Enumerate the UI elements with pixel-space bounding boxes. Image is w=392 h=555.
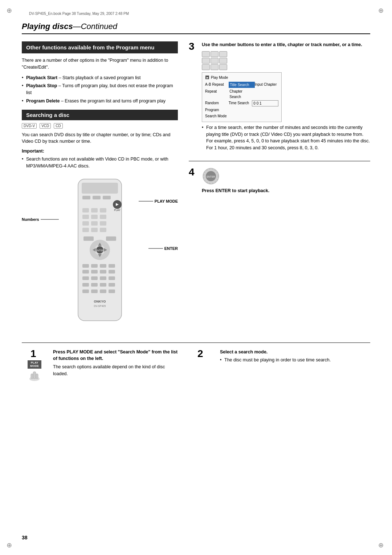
bullet-playback-start: Playback Start – Starts playback of a sa… — [22, 74, 178, 81]
svg-rect-14 — [82, 221, 89, 226]
two-column-layout: Other functions available from the Progr… — [22, 41, 370, 332]
corner-mark-tr: ⊕ — [378, 7, 385, 14]
corner-mark-bl: ⊕ — [7, 541, 14, 548]
bullet-text-1: Starts playback of a saved program list — [62, 75, 140, 80]
step-4-number: 4 — [189, 167, 197, 177]
important-bullets: Search functions are not available with … — [22, 156, 178, 170]
bullet-label-1: Playback Start — [26, 75, 57, 80]
svg-rect-3 — [93, 196, 101, 199]
play-mode-label-container: PLAY MODE — [139, 199, 178, 203]
pm-col-4-2 — [229, 107, 254, 113]
bottom-two-col: 1 PLAYMODE — [22, 349, 370, 393]
step-2-text: Select a search mode. The disc must be p… — [220, 349, 370, 368]
num-btn-5[interactable] — [211, 58, 219, 64]
svg-rect-16 — [100, 221, 106, 226]
pm-col-3-2: Time Search — [229, 100, 252, 106]
play-mode-screenshot: ▶ Play Mode A-B Repeat Title Search Inpu… — [202, 72, 282, 122]
svg-rect-39 — [91, 276, 98, 280]
num-btn-6[interactable] — [219, 58, 227, 64]
svg-rect-17 — [82, 228, 89, 232]
bottom-right: 2 Select a search mode. The disc must be… — [189, 349, 370, 393]
disc-badge-cd: CD — [54, 123, 62, 129]
svg-rect-31 — [91, 264, 98, 268]
svg-rect-63 — [31, 374, 33, 379]
num-btn-8[interactable] — [211, 64, 219, 70]
pm-title: ▶ Play Mode — [205, 75, 278, 80]
disc-badge-vcd: VCD — [40, 123, 51, 129]
pm-row-3: Random Time Search 0 0 1 — [205, 100, 278, 106]
pm-col-3-1: Random — [205, 100, 229, 106]
pm-col-5-1: Search Mode — [205, 113, 229, 119]
step-4-title: Press ENTER to start playback. — [202, 188, 269, 193]
step-1-text: Press PLAY MODE and select "Search Mode"… — [53, 349, 178, 382]
num-btn-3[interactable] — [219, 51, 227, 57]
svg-rect-48 — [100, 289, 106, 293]
step-4: 4 ENTER Press ENTER to start playback. — [189, 167, 370, 194]
corner-mark-br: ⊕ — [378, 541, 385, 548]
svg-text:ENTER: ENTER — [207, 175, 215, 178]
svg-rect-18 — [91, 228, 98, 232]
bullet-sep-1: – — [57, 75, 62, 80]
step-3-title: Use the number buttons to enter a title,… — [202, 42, 362, 47]
bottom-step-1: 1 PLAYMODE — [22, 349, 178, 388]
pm-row-5: Search Mode — [205, 113, 278, 119]
step-divider — [189, 161, 370, 161]
play-mode-icon-label: PLAYMODE — [28, 360, 41, 369]
bottom-left: 1 PLAYMODE — [22, 349, 178, 393]
svg-rect-43 — [91, 283, 98, 287]
pm-row-1: A-B Repeat Title Search Input Chapter — [205, 82, 278, 88]
num-btn-9[interactable] — [219, 64, 227, 70]
bullet-playback-stop: Playback Stop – Turns off program play, … — [22, 82, 178, 96]
search-section: Searching a disc DVD-V VCD CD You can se… — [22, 110, 178, 170]
numbers-label-container: Numbers — [22, 217, 59, 222]
svg-rect-19 — [100, 228, 106, 232]
step-3-number: 3 — [189, 41, 197, 52]
step-1-number: 1 — [30, 349, 38, 359]
svg-rect-10 — [100, 208, 106, 212]
search-heading-box: Searching a disc — [22, 110, 178, 120]
pm-row-4: Program — [205, 107, 278, 113]
bullet-text-3: Erases the program list and turns off pr… — [65, 98, 166, 104]
svg-rect-42 — [82, 283, 89, 287]
svg-rect-15 — [91, 221, 98, 226]
program-menu-heading-box: Other functions available from the Progr… — [22, 41, 178, 53]
play-mode-click-icon — [28, 369, 41, 382]
pm-col-4-3 — [254, 107, 278, 113]
program-menu-intro: There are a number of other options in t… — [22, 57, 178, 71]
bottom-step-2: 2 Select a search mode. The disc must be… — [189, 349, 370, 373]
svg-rect-1 — [82, 183, 118, 194]
num-buttons-grid — [202, 51, 370, 70]
pm-row-2: Repeat Chapter Search — [205, 89, 278, 100]
num-btn-4[interactable] — [202, 58, 210, 64]
enter-label: ENTER — [164, 246, 178, 251]
enter-button-icon: ENTER — [202, 167, 220, 185]
main-heading: Playing discs—Continued — [22, 22, 370, 34]
disc-badge-dvd: DVD-V — [22, 123, 37, 129]
continued-text: —Continued — [73, 22, 117, 31]
svg-text:ENTER: ENTER — [95, 249, 104, 252]
corner-mark-tl: ⊕ — [7, 7, 14, 14]
disc-formats: DVD-V VCD CD — [22, 123, 178, 129]
svg-rect-32 — [100, 264, 106, 268]
svg-rect-37 — [109, 270, 115, 274]
svg-rect-35 — [91, 270, 98, 274]
important-bullet-1: Search functions are not available with … — [22, 156, 178, 170]
svg-rect-34 — [82, 270, 89, 274]
num-buttons-area — [202, 51, 370, 70]
num-btn-7[interactable] — [202, 64, 210, 70]
num-btn-2[interactable] — [211, 51, 219, 57]
svg-rect-11 — [82, 215, 89, 219]
svg-rect-49 — [109, 289, 115, 293]
enter-label-container: ENTER — [148, 246, 178, 251]
numbers-label: Numbers — [22, 217, 39, 222]
pm-col-2-1: Repeat — [205, 89, 229, 100]
pm-col-1-1: A-B Repeat — [205, 82, 229, 88]
step-3-bullet-1: For a time search, enter the number of m… — [202, 124, 370, 151]
play-mode-icon: PLAYMODE — [28, 360, 41, 382]
step-3-content: Use the number buttons to enter a title,… — [202, 41, 370, 155]
num-btn-1[interactable] — [202, 51, 210, 57]
svg-text:DV-SP405: DV-SP405 — [94, 305, 106, 307]
step-1-body: The search options available depend on t… — [53, 364, 178, 377]
page-number: 38 — [22, 535, 28, 540]
svg-rect-41 — [109, 276, 115, 280]
